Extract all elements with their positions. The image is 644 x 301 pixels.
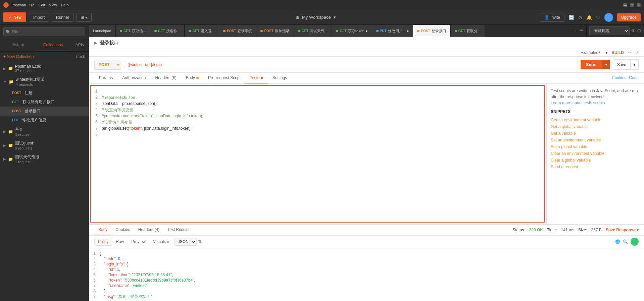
code-line-7: 7 pm.globals.set("token", jsonData.login…	[91, 126, 544, 132]
new-collection-button[interactable]: + New Collection	[3, 54, 34, 59]
tab-collections[interactable]: Collections	[35, 39, 70, 51]
tab-launchpad[interactable]: Launchpad	[89, 25, 116, 37]
env-dropdown[interactable]: 测试环境	[589, 26, 630, 35]
tab-get-page[interactable]: GET 获取分...	[451, 25, 485, 37]
maximize-button[interactable]: □	[630, 3, 634, 7]
sort-icon[interactable]: ⇅	[198, 239, 202, 244]
snippet-get-global[interactable]: Get a global variable	[551, 123, 640, 130]
request-get-users[interactable]: GET 获取所有用户接口	[0, 98, 89, 107]
tab-get-token[interactable]: GET 获取token ●	[332, 25, 372, 37]
resp-tab-cookies[interactable]: Cookies	[111, 225, 134, 235]
minimize-button[interactable]: —	[623, 3, 627, 7]
tab-post-login-sys[interactable]: POST 登录系统	[219, 25, 256, 37]
resp-tab-headers[interactable]: Headers (4)	[134, 225, 163, 235]
tab-label: 登录系统	[237, 28, 252, 34]
snippet-get-env[interactable]: Get an environment variable	[551, 117, 640, 123]
save-response-button[interactable]: Save Response ▾	[606, 228, 639, 232]
tab-authorization[interactable]: Authorization	[117, 73, 150, 83]
clock-icon[interactable]: ⊙	[578, 15, 582, 20]
more-tabs-icon[interactable]: •••	[579, 28, 584, 34]
method-select[interactable]: POST	[94, 60, 121, 70]
learn-more-link[interactable]: Learn more about tests scripts	[551, 101, 605, 105]
fmt-preview[interactable]: Preview	[128, 238, 149, 246]
collection-guest[interactable]: ▶ 📁 测试guest 9 requests	[0, 138, 89, 152]
tab-params[interactable]: Params	[94, 73, 117, 83]
search-input[interactable]	[3, 27, 85, 36]
examples-label: Examples 0	[581, 50, 602, 55]
tab-tests[interactable]: Tests	[245, 73, 268, 83]
close-button[interactable]: ×	[637, 3, 641, 7]
avatar[interactable]	[604, 13, 613, 22]
menu-edit[interactable]: Edit	[39, 3, 45, 7]
snippet-set-global[interactable]: Set a global variable	[551, 143, 640, 150]
tab-get-weather[interactable]: GET 测试天气...	[294, 25, 332, 37]
request-register[interactable]: POST 注册	[0, 88, 89, 98]
tab-get-1[interactable]: GET 获取活...	[116, 25, 150, 37]
resp-tab-test-results[interactable]: Test Results	[163, 225, 193, 235]
search-response-icon[interactable]: 🔍	[623, 239, 628, 244]
globe-icon: 🌐	[615, 239, 620, 244]
tab-get-3[interactable]: GET 进入登...	[185, 25, 219, 37]
tab-post-add[interactable]: POST 添加活动	[256, 25, 294, 37]
collection-postman-echo[interactable]: ▶ 📁 Postman Echo 37 requests	[0, 62, 89, 75]
new-collection-bar: + New Collection Trash	[0, 52, 89, 62]
tab-body[interactable]: Body	[181, 73, 203, 83]
fmt-pretty[interactable]: Pretty	[94, 238, 112, 246]
tab-put-user[interactable]: PUT 修改用户... ●	[372, 25, 413, 37]
bell-icon[interactable]: 🔔	[586, 15, 592, 20]
collection-wintest[interactable]: ▼ 📁 wintest接口测试 4 requests	[0, 75, 89, 88]
menu-help[interactable]: Help	[61, 3, 69, 7]
tab-headers[interactable]: Headers (8)	[150, 73, 181, 83]
code-link[interactable]: Code	[629, 75, 639, 81]
fmt-visualize[interactable]: Visualize	[149, 238, 173, 246]
settings-icon[interactable]: ⚙	[637, 28, 641, 34]
heart-icon[interactable]: ♡	[596, 15, 600, 20]
fmt-raw[interactable]: Raw	[112, 238, 128, 246]
tab-history[interactable]: History	[0, 39, 35, 51]
tab-status-dot	[298, 30, 300, 32]
eye-icon[interactable]: 👁	[631, 28, 636, 34]
build-button[interactable]: BUILD	[611, 50, 624, 55]
send-arrow-button[interactable]: ▾	[602, 60, 610, 69]
request-update-user[interactable]: PUT 修改用户信息	[0, 116, 89, 125]
menu-file[interactable]: File	[29, 3, 35, 7]
json-format-select[interactable]: JSON	[174, 238, 197, 246]
menu-view[interactable]: View	[49, 3, 57, 7]
collection-count: 4 requests	[16, 82, 44, 86]
resp-tab-body[interactable]: Body	[94, 225, 111, 235]
snippet-clear-env[interactable]: Clear an environment variable	[551, 150, 640, 157]
add-tab-icon[interactable]: ＋	[574, 28, 578, 34]
collection-weather[interactable]: ▶ 📁 测试天气预报 1 request	[0, 152, 89, 166]
snippet-send-request[interactable]: Send a request	[551, 164, 640, 170]
refresh-icon[interactable]: 🔄	[568, 15, 574, 20]
tab-settings[interactable]: Settings	[268, 73, 292, 83]
save-button[interactable]: Save	[613, 59, 631, 70]
invite-button[interactable]: 👤 Invite	[540, 13, 564, 22]
upgrade-button[interactable]: Upgrade	[617, 13, 641, 21]
snippet-clear-global[interactable]: Clear a global variable	[551, 157, 640, 164]
request-login[interactable]: POST 登录接口	[0, 107, 89, 116]
tab-post-login[interactable]: POST 登录接口	[413, 25, 450, 37]
url-input[interactable]	[124, 60, 578, 69]
import-button[interactable]: Import	[29, 13, 49, 22]
layout-button[interactable]: ⊞ ▾	[76, 13, 91, 22]
tabs-actions: ＋ •••	[571, 28, 586, 34]
snippet-set-env[interactable]: Set an environment variable	[551, 137, 640, 143]
new-button[interactable]: ＋ New	[3, 12, 26, 22]
tab-get-2[interactable]: GET 按名称...	[150, 25, 185, 37]
snippet-get-var[interactable]: Get a variable	[551, 130, 640, 137]
edit-icon[interactable]: ✏	[628, 50, 631, 55]
cookies-link[interactable]: Cookies	[612, 75, 626, 81]
send-button[interactable]: Send	[581, 60, 602, 69]
maximize-icon[interactable]: ⤢	[635, 50, 639, 55]
code-editor[interactable]: 1 2 // reponse解析json 3 jsonData = pm.res…	[90, 85, 545, 223]
tab-pre-request[interactable]: Pre-request Script	[203, 73, 245, 83]
tab-label: 修改用户... ●	[388, 28, 409, 34]
trash-button[interactable]: Trash	[75, 54, 85, 59]
tab-apis[interactable]: APIs	[71, 39, 89, 51]
collection-fund[interactable]: ▶ 📁 基金 1 request	[0, 125, 89, 138]
workspace-selector[interactable]: ⊞ My Workspace ▾	[94, 15, 537, 20]
runner-button[interactable]: Runner	[52, 13, 73, 22]
save-arrow-button[interactable]: ▾	[631, 59, 639, 70]
collapse-icon[interactable]: ▶	[94, 41, 97, 45]
